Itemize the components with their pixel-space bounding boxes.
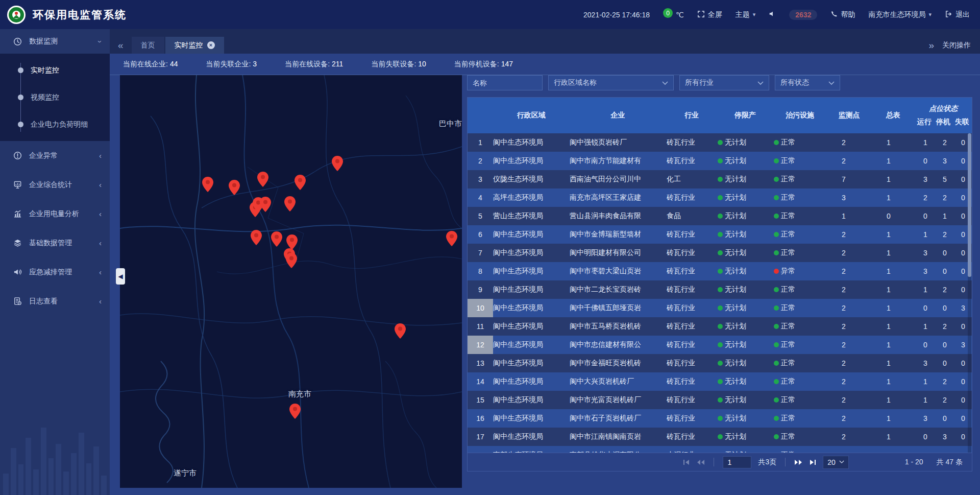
close-operations-button[interactable]: 关闭操作 [942, 41, 971, 50]
chevron-left-icon: ‹ [99, 209, 102, 218]
map-pin[interactable] [295, 175, 306, 190]
theme-dropdown[interactable]: 主题 ▾ [736, 10, 756, 19]
help-button[interactable]: 帮助 [830, 10, 855, 19]
table-row[interactable]: 3仪陇生态环境局西南油气田分公司川中化工无计划正常71350 [468, 170, 972, 188]
mute-button[interactable] [769, 10, 776, 19]
map-pin[interactable] [395, 323, 406, 339]
cell-stopped-count: 0 [935, 249, 954, 257]
cell-region: 阆中生态环境局 [493, 138, 570, 147]
status-dot-icon [718, 324, 723, 329]
cell-pollution-facility: 正常 [774, 156, 827, 166]
table-row[interactable]: 9阆中生态环境局阆中市二龙长宝页岩砖砖瓦行业无计划正常21120 [468, 280, 972, 299]
table-row[interactable]: 10阆中生态环境局阆中千佛镇五郎垭页岩砖瓦行业无计划正常21003 [468, 299, 972, 317]
sidebar-item-enterprise-abnormal[interactable]: 企业异常‹ [0, 141, 110, 170]
chevron-left-icon: ‹ [99, 239, 102, 247]
status-dot-icon [774, 305, 779, 311]
cell-running-count: 3 [916, 414, 935, 422]
last-page-button[interactable] [809, 459, 816, 465]
map-pin[interactable] [251, 230, 262, 245]
table-scrollbar[interactable] [968, 133, 971, 453]
table-row[interactable]: 18南部生态环境局南部县雄华水泥有限公水泥行业无计划正常60060 [468, 446, 972, 453]
table-row[interactable]: 16阆中生态环境局阆中市石子页岩机砖厂砖瓦行业无计划正常21300 [468, 409, 972, 428]
cell-industry: 砖瓦行业 [667, 432, 718, 441]
map-pin[interactable] [260, 197, 271, 212]
sidebar-item-realtime-monitoring[interactable]: 实时监控 [0, 57, 110, 84]
table-row[interactable]: 12阆中生态环境局阆中市忠信建材有限公砖瓦行业无计划正常21003 [468, 336, 972, 354]
table-row[interactable]: 8阆中生态环境局阆中市枣碧大梁山页岩砖瓦行业无计划异常21300 [468, 262, 972, 280]
cell-running-count: 1 [916, 286, 935, 294]
scrollbar-thumb[interactable] [968, 133, 971, 277]
table-row[interactable]: 17阆中生态环境局阆中市江南镇阆南页岩砖瓦行业无计划正常21030 [468, 428, 972, 446]
org-dropdown[interactable]: 南充市生态环境局 ▾ [868, 10, 932, 19]
datetime-label: 2021-02-25 17:46:18 [583, 11, 650, 19]
sidebar-item-enterprise-power-load-detail[interactable]: 企业电力负荷明细 [0, 111, 110, 138]
sidebar-item-video-monitoring[interactable]: 视频监控 [0, 84, 110, 111]
cell-monitor-points: 7 [827, 175, 872, 183]
cell-index: 6 [468, 225, 493, 244]
table-row[interactable]: 14阆中生态环境局阆中大兴页岩机砖厂砖瓦行业无计划正常21120 [468, 372, 972, 391]
name-filter-input[interactable] [467, 75, 543, 90]
tab-realtime-monitoring[interactable]: 实时监控 × [165, 37, 224, 54]
sidebar-item-log-view[interactable]: 日志查看‹ [0, 287, 110, 316]
sidebar-item-emergency-reduction-management[interactable]: 应急减排管理‹ [0, 257, 110, 287]
map-pin[interactable] [284, 196, 296, 211]
map-pin[interactable] [289, 404, 301, 419]
table-row[interactable]: 6阆中生态环境局阆中市金博瑞新型墙材砖瓦行业无计划正常21120 [468, 225, 972, 244]
status-dot-icon [718, 232, 723, 237]
page-number-input[interactable] [723, 456, 751, 468]
map-pin[interactable] [286, 253, 297, 268]
status-dot-icon [718, 379, 723, 384]
table-row[interactable]: 11阆中生态环境局阆中市五马桥页岩机砖砖瓦行业无计划正常21120 [468, 317, 972, 336]
status-filter-select[interactable]: 所有状态 [775, 75, 840, 90]
tab-home[interactable]: 首页 [132, 37, 164, 54]
panel-collapse-button[interactable]: ◀ [116, 268, 125, 285]
cell-running-count: 0 [916, 157, 935, 165]
map-pin[interactable] [202, 177, 213, 192]
region-filter-select[interactable]: 行政区域名称 [548, 75, 674, 90]
cell-monitor-points: 2 [827, 414, 872, 422]
cell-stopped-count: 1 [935, 212, 954, 220]
map-pin[interactable] [271, 231, 282, 247]
map-canvas[interactable]: 巴中市南充市遂宁市 [120, 75, 462, 488]
table-row[interactable]: 2阆中生态环境局阆中市南方节能建材有砖瓦行业无计划正常21030 [468, 152, 972, 170]
map-pin[interactable] [332, 156, 343, 171]
cell-index: 13 [468, 354, 493, 372]
status-dot-icon [718, 342, 723, 347]
table-row[interactable]: 5营山生态环境局营山县润丰肉食品有限食品无计划正常10010 [468, 207, 972, 225]
table-row[interactable]: 7阆中生态环境局阆中明阳建材有限公司砖瓦行业无计划正常21300 [468, 244, 972, 262]
skyline-building [93, 446, 99, 495]
sidebar-item-enterprise-power-analysis[interactable]: 企业用电量分析‹ [0, 199, 110, 228]
logout-button[interactable]: 退出 [945, 10, 970, 19]
chevron-left-icon: ‹ [99, 180, 102, 189]
status-dot-icon [718, 250, 723, 255]
status-dot-icon [774, 232, 779, 237]
notification-badge[interactable]: 2632 [789, 10, 817, 20]
next-page-button[interactable] [794, 459, 802, 465]
sidebar-item-data-monitoring[interactable]: 数据监测› [0, 29, 110, 54]
close-tab-icon[interactable]: × [207, 41, 215, 49]
sidebar-item-basic-data-management[interactable]: 基础数据管理‹ [0, 228, 110, 257]
map-pin[interactable] [446, 231, 457, 246]
page-size-select[interactable]: 20 [823, 456, 849, 469]
cell-industry: 砖瓦行业 [667, 230, 718, 239]
cell-region: 阆中生态环境局 [493, 248, 570, 257]
map-pin[interactable] [286, 234, 298, 250]
tabs-scroll-left-button[interactable]: « [110, 37, 132, 54]
tabs-scroll-right-button[interactable]: » [928, 40, 934, 51]
industry-filter-select[interactable]: 所有行业 [679, 75, 769, 90]
sidebar-item-enterprise-statistics[interactable]: 企业综合统计‹ [0, 170, 110, 199]
cell-running-count: 0 [916, 433, 935, 441]
map-pin[interactable] [229, 180, 240, 195]
cell-pollution-facility: 正常 [774, 230, 827, 239]
table-row[interactable]: 15阆中生态环境局阆中市光富页岩机砖厂砖瓦行业无计划正常21120 [468, 391, 972, 409]
fullscreen-button[interactable]: 全屏 [697, 10, 722, 19]
table-row[interactable]: 13阆中生态环境局阆中市金福旺页岩机砖砖瓦行业无计划正常21300 [468, 354, 972, 372]
first-page-button[interactable] [683, 459, 690, 465]
map-pin[interactable] [257, 172, 268, 187]
cell-stop-production: 无计划 [718, 285, 774, 294]
table-row[interactable]: 4高坪生态环境局南充市高坪区王家店建砖瓦行业无计划正常31220 [468, 188, 972, 207]
cell-pollution-facility: 正常 [774, 175, 827, 184]
skyline-building [71, 453, 77, 495]
table-row[interactable]: 1阆中生态环境局阆中强锐页岩砖厂砖瓦行业无计划正常21120 [468, 133, 972, 152]
prev-page-button[interactable] [697, 459, 705, 465]
